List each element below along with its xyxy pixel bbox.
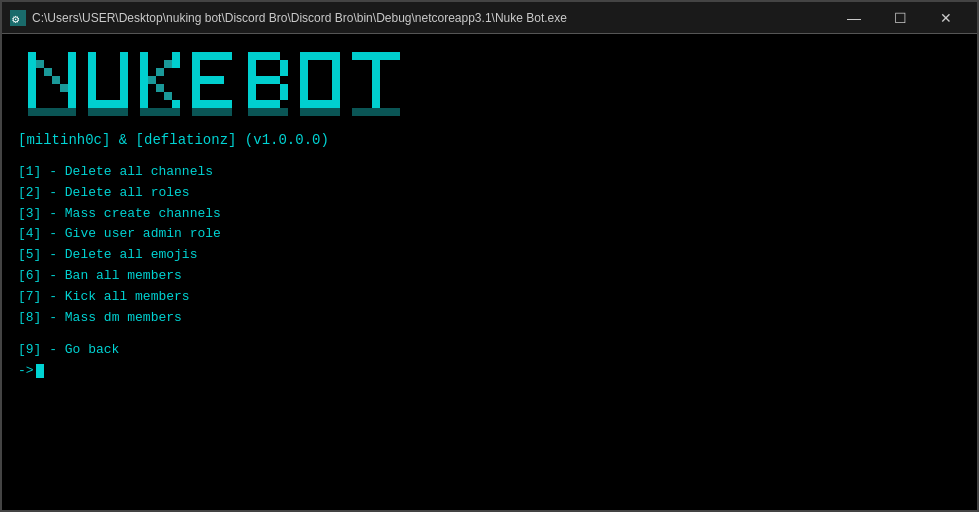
svg-rect-19 bbox=[164, 92, 172, 100]
svg-rect-33 bbox=[248, 108, 288, 116]
svg-rect-20 bbox=[172, 100, 180, 108]
nuke-bot-logo: .px { fill: #00cfcf; } .px2 { fill: #1a9… bbox=[18, 44, 538, 124]
svg-rect-18 bbox=[156, 84, 164, 92]
svg-rect-17 bbox=[172, 52, 180, 68]
svg-rect-40 bbox=[372, 60, 380, 108]
svg-rect-8 bbox=[28, 108, 76, 116]
prompt-text: -> bbox=[18, 363, 34, 378]
svg-rect-15 bbox=[156, 68, 164, 76]
svg-rect-5 bbox=[52, 76, 60, 84]
svg-rect-10 bbox=[96, 100, 120, 108]
titlebar: ⚙ C:\Users\USER\Desktop\nuking bot\Disco… bbox=[2, 2, 977, 34]
svg-rect-30 bbox=[256, 76, 280, 84]
svg-rect-31 bbox=[280, 84, 288, 100]
svg-rect-27 bbox=[248, 52, 256, 108]
svg-rect-37 bbox=[332, 52, 340, 108]
svg-rect-7 bbox=[68, 52, 76, 108]
svg-rect-35 bbox=[308, 52, 332, 60]
app-icon: ⚙ bbox=[10, 10, 26, 26]
svg-rect-22 bbox=[192, 52, 200, 108]
svg-rect-11 bbox=[120, 52, 128, 108]
svg-rect-36 bbox=[308, 100, 332, 108]
go-back-item: [9] - Go back bbox=[18, 342, 961, 357]
logo-container: .px { fill: #00cfcf; } .px2 { fill: #1a9… bbox=[18, 44, 961, 124]
list-item: [4] - Give user admin role bbox=[18, 224, 961, 245]
svg-rect-3 bbox=[36, 60, 44, 68]
console-window: ⚙ C:\Users\USER\Desktop\nuking bot\Disco… bbox=[0, 0, 979, 512]
svg-rect-12 bbox=[88, 108, 128, 116]
credits-text: [miltinh0c] & [deflationz] (v1.0.0.0) bbox=[18, 132, 961, 148]
maximize-button[interactable]: ☐ bbox=[877, 2, 923, 34]
svg-rect-2 bbox=[28, 52, 36, 108]
svg-rect-34 bbox=[300, 52, 308, 108]
svg-rect-9 bbox=[88, 52, 96, 108]
svg-rect-14 bbox=[148, 76, 156, 84]
command-prompt[interactable]: -> bbox=[18, 363, 961, 378]
menu-list: [1] - Delete all channels [2] - Delete a… bbox=[18, 162, 961, 328]
svg-text:⚙: ⚙ bbox=[12, 13, 20, 26]
svg-rect-41 bbox=[352, 108, 400, 116]
list-item: [2] - Delete all roles bbox=[18, 183, 961, 204]
svg-rect-16 bbox=[164, 60, 172, 68]
list-item: [3] - Mass create channels bbox=[18, 204, 961, 225]
window-controls: — ☐ ✕ bbox=[831, 2, 969, 34]
close-button[interactable]: ✕ bbox=[923, 2, 969, 34]
svg-rect-29 bbox=[280, 60, 288, 76]
svg-rect-6 bbox=[60, 84, 68, 92]
svg-rect-13 bbox=[140, 52, 148, 108]
minimize-button[interactable]: — bbox=[831, 2, 877, 34]
svg-rect-26 bbox=[192, 108, 232, 116]
svg-rect-23 bbox=[200, 52, 232, 60]
svg-rect-39 bbox=[352, 52, 400, 60]
svg-rect-25 bbox=[200, 100, 232, 108]
list-item: [8] - Mass dm members bbox=[18, 308, 961, 329]
window-title: C:\Users\USER\Desktop\nuking bot\Discord… bbox=[32, 11, 831, 25]
list-item: [6] - Ban all members bbox=[18, 266, 961, 287]
list-item: [7] - Kick all members bbox=[18, 287, 961, 308]
svg-rect-28 bbox=[256, 52, 280, 60]
svg-rect-24 bbox=[200, 76, 224, 84]
svg-rect-4 bbox=[44, 68, 52, 76]
svg-rect-38 bbox=[300, 108, 340, 116]
svg-rect-32 bbox=[256, 100, 280, 108]
list-item: [1] - Delete all channels bbox=[18, 162, 961, 183]
cursor-blink bbox=[36, 364, 44, 378]
list-item: [5] - Delete all emojis bbox=[18, 245, 961, 266]
svg-rect-21 bbox=[140, 108, 180, 116]
console-area: .px { fill: #00cfcf; } .px2 { fill: #1a9… bbox=[2, 34, 977, 510]
